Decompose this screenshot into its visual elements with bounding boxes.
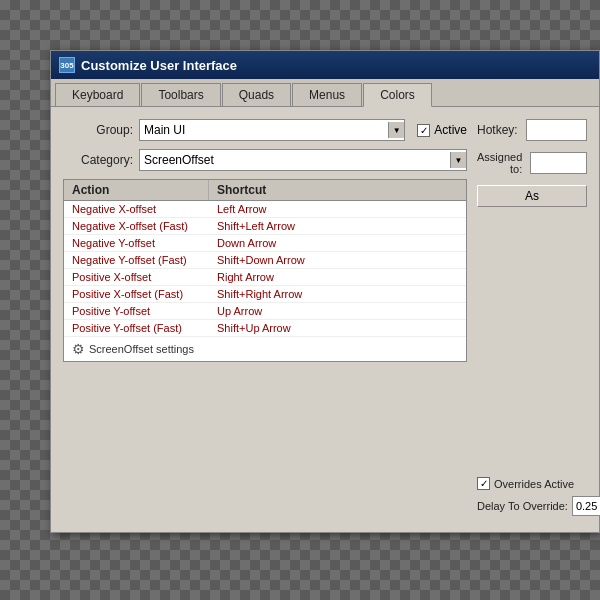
group-row: Group: Main UI ▼ ✓ Active bbox=[63, 119, 467, 141]
active-label: Active bbox=[434, 123, 467, 137]
delay-input[interactable] bbox=[572, 496, 600, 516]
table-row[interactable]: Positive X-offset (Fast) Shift+Right Arr… bbox=[64, 286, 466, 303]
action-cell: Negative X-offset bbox=[64, 201, 209, 217]
table-row[interactable]: Negative X-offset (Fast) Shift+Left Arro… bbox=[64, 218, 466, 235]
delay-row: Delay To Override: bbox=[477, 496, 587, 516]
table-row[interactable]: Negative Y-offset Down Arrow bbox=[64, 235, 466, 252]
shortcut-cell: Shift+Up Arrow bbox=[209, 320, 299, 336]
shortcut-cell: Up Arrow bbox=[209, 303, 270, 319]
table-row[interactable]: Positive Y-offset (Fast) Shift+Up Arrow bbox=[64, 320, 466, 337]
tab-toolbars[interactable]: Toolbars bbox=[141, 83, 220, 106]
table-row[interactable]: Positive X-offset Right Arrow bbox=[64, 269, 466, 286]
active-checkbox-row: ✓ Active bbox=[417, 123, 467, 137]
tab-colors[interactable]: Colors bbox=[363, 83, 432, 107]
active-checkbox[interactable]: ✓ bbox=[417, 124, 430, 137]
tab-keyboard[interactable]: Keyboard bbox=[55, 83, 140, 106]
col-action: Action bbox=[64, 180, 209, 200]
right-panel: Hotkey: Assigned to: As ✓ Overrides Acti… bbox=[477, 119, 587, 520]
tab-bar: Keyboard Toolbars Quads Menus Colors bbox=[51, 79, 599, 107]
assigned-label: Assigned to: bbox=[477, 151, 526, 175]
shortcut-cell: Down Arrow bbox=[209, 235, 284, 251]
hotkey-label: Hotkey: bbox=[477, 123, 522, 137]
title-bar: 305 Customize User Interface bbox=[51, 51, 599, 79]
category-value: ScreenOffset bbox=[144, 153, 214, 167]
table-row[interactable]: Negative Y-offset (Fast) Shift+Down Arro… bbox=[64, 252, 466, 269]
shortcut-cell: Left Arrow bbox=[209, 201, 275, 217]
category-label: Category: bbox=[63, 153, 133, 167]
group-dropdown[interactable]: Main UI ▼ bbox=[139, 119, 405, 141]
category-dropdown-arrow: ▼ bbox=[450, 152, 466, 168]
hotkey-input[interactable] bbox=[526, 119, 587, 141]
table-row[interactable]: Positive Y-offset Up Arrow bbox=[64, 303, 466, 320]
assigned-input[interactable] bbox=[530, 152, 587, 174]
shortcut-cell: Shift+Right Arrow bbox=[209, 286, 310, 302]
overrides-checkbox[interactable]: ✓ bbox=[477, 477, 490, 490]
app-icon: 305 bbox=[59, 57, 75, 73]
shortcut-cell: Shift+Left Arrow bbox=[209, 218, 303, 234]
customize-dialog: 305 Customize User Interface Keyboard To… bbox=[50, 50, 600, 533]
assign-button[interactable]: As bbox=[477, 185, 587, 207]
shortcut-cell: Shift+Down Arrow bbox=[209, 252, 313, 268]
delay-label: Delay To Override: bbox=[477, 500, 568, 512]
overrides-label: Overrides Active bbox=[494, 478, 574, 490]
content-area: Group: Main UI ▼ ✓ Active Category: Scre… bbox=[51, 107, 599, 532]
dialog-title: Customize User Interface bbox=[81, 58, 237, 73]
tab-menus[interactable]: Menus bbox=[292, 83, 362, 106]
section-expand-icon[interactable]: ⚙ bbox=[72, 341, 85, 357]
group-dropdown-arrow: ▼ bbox=[388, 122, 404, 138]
action-cell: Negative X-offset (Fast) bbox=[64, 218, 209, 234]
action-cell: Negative Y-offset (Fast) bbox=[64, 252, 209, 268]
table-row[interactable]: Negative X-offset Left Arrow bbox=[64, 201, 466, 218]
category-dropdown[interactable]: ScreenOffset ▼ bbox=[139, 149, 467, 171]
action-cell: Positive Y-offset bbox=[64, 303, 209, 319]
section-label: ScreenOffset settings bbox=[89, 343, 194, 355]
action-cell: Positive Y-offset (Fast) bbox=[64, 320, 209, 336]
shortcut-cell: Right Arrow bbox=[209, 269, 282, 285]
left-panel: Group: Main UI ▼ ✓ Active Category: Scre… bbox=[63, 119, 467, 520]
action-cell: Negative Y-offset bbox=[64, 235, 209, 251]
tab-quads[interactable]: Quads bbox=[222, 83, 291, 106]
action-cell: Positive X-offset bbox=[64, 269, 209, 285]
section-row: ⚙ ScreenOffset settings bbox=[64, 337, 466, 361]
table-header: Action Shortcut bbox=[64, 180, 466, 201]
category-row: Category: ScreenOffset ▼ bbox=[63, 149, 467, 171]
col-shortcut: Shortcut bbox=[209, 180, 274, 200]
action-cell: Positive X-offset (Fast) bbox=[64, 286, 209, 302]
overrides-row: ✓ Overrides Active bbox=[477, 477, 587, 490]
group-value: Main UI bbox=[144, 123, 185, 137]
group-label: Group: bbox=[63, 123, 133, 137]
action-table: Action Shortcut Negative X-offset Left A… bbox=[63, 179, 467, 362]
